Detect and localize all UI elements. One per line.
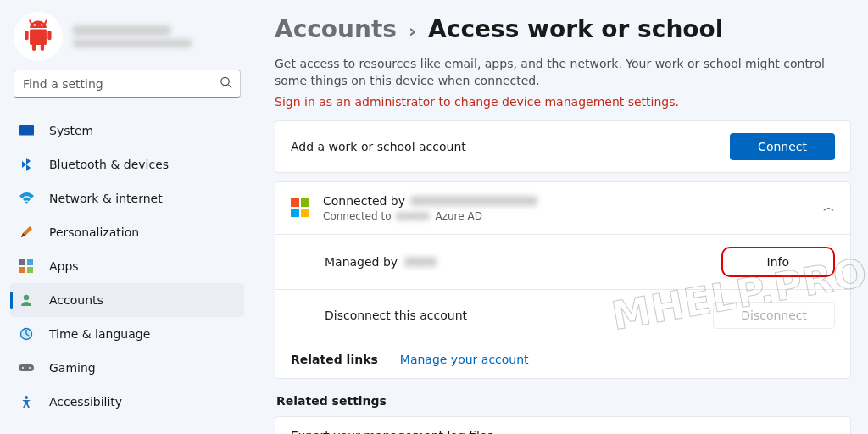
page-description: Get access to resources like email, apps… [275, 55, 851, 90]
wifi-icon [19, 191, 34, 206]
svg-rect-1 [25, 31, 28, 40]
connected-to-redacted [396, 212, 430, 220]
nav-label: Time & language [49, 327, 150, 341]
nav-label: Accounts [49, 293, 103, 307]
nav-label: System [49, 124, 93, 137]
nav-item-gaming[interactable]: Gaming [10, 351, 244, 385]
info-button[interactable]: Info [721, 247, 836, 277]
svg-rect-17 [27, 267, 33, 273]
accessibility-icon [19, 394, 34, 409]
svg-point-18 [24, 295, 29, 300]
svg-rect-2 [47, 31, 51, 40]
svg-rect-11 [19, 125, 34, 135]
svg-point-23 [25, 396, 28, 399]
svg-line-10 [228, 85, 231, 88]
search-icon [220, 76, 232, 92]
main-content: Accounts › Access work or school Get acc… [254, 0, 868, 434]
system-icon [19, 123, 34, 138]
disconnect-label: Disconnect this account [325, 309, 467, 322]
nav-label: Personalization [49, 225, 139, 239]
nav-item-accessibility[interactable]: Accessibility [10, 385, 244, 419]
search-input[interactable] [14, 70, 241, 98]
svg-rect-16 [19, 267, 25, 273]
svg-rect-6 [44, 19, 47, 25]
svg-point-8 [41, 24, 43, 26]
admin-warning: Sign in as an administrator to change de… [275, 95, 851, 108]
connect-button[interactable]: Connect [730, 133, 835, 160]
svg-rect-20 [19, 364, 34, 371]
add-account-card: Add a work or school account Connect [275, 120, 851, 173]
svg-point-9 [221, 77, 229, 85]
managed-by-redacted [404, 257, 437, 267]
disconnect-row: Disconnect this account Disconnect [275, 289, 850, 341]
user-email-redacted [73, 39, 192, 47]
bluetooth-icon [19, 157, 34, 172]
nav: System Bluetooth & devices Network & int… [0, 108, 254, 424]
manage-account-link[interactable]: Manage your account [400, 353, 529, 366]
connected-account-card: Connected by Connected to Azure AD ︿ Man… [275, 181, 851, 379]
nav-item-apps[interactable]: Apps [10, 249, 244, 283]
connected-by-label: Connected by [323, 194, 405, 208]
nav-label: Gaming [49, 361, 96, 375]
export-logs-label: Export your management log files [291, 429, 493, 434]
svg-rect-14 [19, 259, 25, 265]
svg-rect-4 [41, 44, 44, 52]
svg-point-21 [22, 367, 24, 369]
user-avatar [14, 12, 63, 61]
breadcrumb-root[interactable]: Accounts [275, 15, 397, 43]
svg-rect-0 [30, 30, 47, 45]
globe-clock-icon [19, 326, 34, 342]
export-logs-card[interactable]: Export your management log files [275, 416, 851, 434]
connected-account-header[interactable]: Connected by Connected to Azure AD ︿ [275, 182, 850, 234]
chevron-up-icon: ︿ [823, 200, 835, 215]
svg-rect-5 [29, 19, 32, 25]
svg-rect-12 [19, 135, 34, 136]
nav-label: Network & internet [49, 192, 163, 205]
gamepad-icon [19, 360, 34, 376]
related-links-title: Related links [291, 353, 378, 366]
nav-label: Apps [49, 259, 79, 273]
sidebar: System Bluetooth & devices Network & int… [0, 0, 254, 434]
related-links-row: Related links Manage your account [275, 341, 850, 378]
user-name-redacted [73, 25, 170, 36]
svg-point-22 [29, 367, 31, 369]
nav-label: Bluetooth & devices [49, 158, 169, 171]
connected-to-suffix: Azure AD [435, 210, 481, 222]
user-account-header[interactable] [0, 12, 254, 70]
related-settings-title: Related settings [276, 394, 851, 408]
connected-to-label: Connected to [323, 210, 391, 222]
nav-item-accounts[interactable]: Accounts [10, 283, 244, 317]
svg-point-13 [25, 202, 28, 204]
nav-item-system[interactable]: System [10, 114, 244, 147]
nav-item-bluetooth[interactable]: Bluetooth & devices [10, 147, 244, 181]
nav-item-personalization[interactable]: Personalization [10, 215, 244, 249]
managed-by-label: Managed by [325, 255, 398, 269]
microsoft-logo-icon [291, 198, 309, 217]
svg-point-7 [33, 24, 36, 26]
chevron-right-icon: › [409, 20, 416, 42]
svg-rect-15 [27, 259, 33, 265]
page-title: Access work or school [428, 15, 723, 43]
svg-rect-3 [32, 44, 36, 52]
connected-by-redacted [410, 196, 537, 206]
apps-icon [19, 259, 34, 274]
nav-item-time-language[interactable]: Time & language [10, 317, 244, 351]
brush-icon [19, 225, 34, 240]
nav-item-network[interactable]: Network & internet [10, 181, 244, 215]
user-text [73, 25, 192, 47]
managed-by-row: Managed by Info [275, 234, 850, 289]
breadcrumb: Accounts › Access work or school [275, 15, 851, 43]
add-account-label: Add a work or school account [291, 140, 466, 153]
person-icon [19, 292, 34, 308]
nav-label: Accessibility [49, 395, 122, 409]
disconnect-button[interactable]: Disconnect [713, 302, 835, 329]
android-icon [24, 19, 53, 53]
search-field[interactable] [14, 70, 241, 98]
